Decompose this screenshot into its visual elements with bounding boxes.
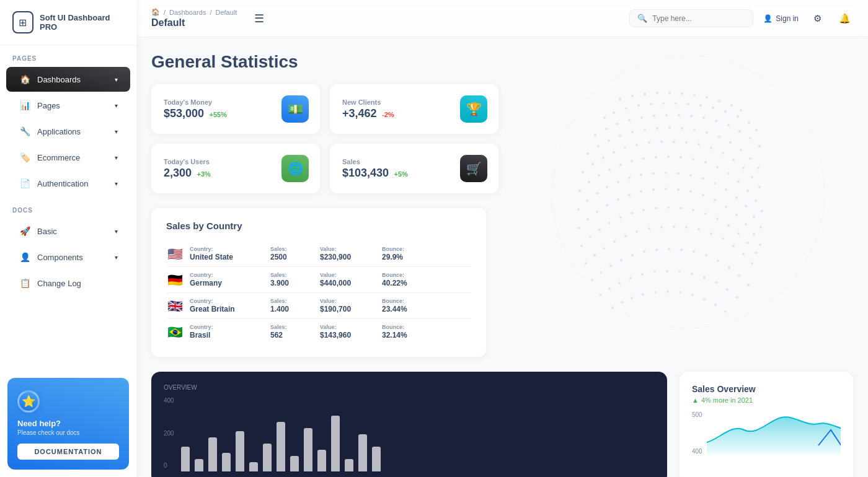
svg-point-40: [758, 145, 761, 147]
sidebar-item-basic[interactable]: 🚀 Basic ▾: [6, 219, 130, 243]
svg-point-150: [636, 230, 638, 233]
header-right: 🔍 👤 Sign in ⚙ 🔔: [629, 9, 853, 27]
svg-point-46: [644, 128, 646, 131]
overview-y-500: 500: [692, 411, 702, 418]
svg-point-199: [724, 310, 727, 313]
sidebar-item-authentication[interactable]: 📄 Authentication ▾: [6, 171, 130, 196]
svg-point-167: [655, 248, 658, 251]
col-label-sales-1: Sales:: [270, 272, 314, 278]
breadcrumb-dashboards[interactable]: Dashboards: [169, 9, 206, 16]
svg-point-145: [585, 262, 587, 265]
sidebar-item-components[interactable]: 👤 Components ▾: [6, 245, 130, 269]
sidebar-item-dashboards[interactable]: 🏠 Dashboards ▾: [6, 67, 130, 92]
settings-button[interactable]: ⚙: [808, 10, 826, 27]
svg-point-198: [714, 304, 717, 306]
svg-point-128: [580, 245, 583, 247]
breadcrumb-default[interactable]: Default: [215, 9, 237, 16]
col-label-bounce-3: Bounce:: [382, 324, 425, 330]
svg-point-143: [746, 242, 749, 244]
country-row-usa: 🇺🇸 Country: United State Sales: 2500 Val…: [166, 241, 471, 267]
flag-germany: 🇩🇪: [166, 274, 184, 286]
notifications-button[interactable]: 🔔: [836, 10, 853, 27]
sidebar-section-docs: DOCS: [0, 197, 136, 217]
svg-point-146: [593, 254, 596, 256]
svg-point-81: [655, 156, 657, 159]
documentation-button[interactable]: DOCUMENTATION: [17, 444, 119, 460]
gear-icon: ⚙: [813, 13, 822, 24]
svg-point-83: [680, 156, 682, 159]
svg-point-25: [755, 129, 758, 131]
help-subtitle: Please check our docs: [17, 429, 119, 436]
svg-point-102: [689, 174, 692, 177]
col-label-country-0: Country:: [190, 246, 264, 252]
svg-point-66: [685, 141, 688, 144]
svg-point-151: [648, 227, 650, 230]
svg-point-191: [631, 297, 633, 299]
col-label-sales-0: Sales:: [270, 246, 314, 252]
svg-point-96: [617, 181, 619, 183]
stat-sales-value: $103,430: [342, 167, 389, 179]
svg-point-125: [745, 223, 747, 225]
svg-point-84: [692, 158, 694, 160]
sidebar-item-pages[interactable]: 📊 Pages ▾: [6, 93, 130, 118]
svg-point-48: [668, 126, 671, 129]
svg-point-114: [617, 198, 619, 201]
overview-y-400: 400: [692, 448, 702, 455]
svg-point-112: [596, 211, 598, 213]
svg-point-7: [693, 94, 696, 96]
svg-point-135: [655, 207, 657, 209]
bar-2: [208, 437, 217, 471]
search-input[interactable]: [652, 14, 745, 23]
svg-point-18: [675, 102, 677, 105]
svg-point-31: [653, 115, 655, 117]
svg-point-189: [611, 307, 614, 309]
svg-point-185: [703, 276, 706, 279]
svg-point-188: [736, 296, 738, 299]
svg-point-166: [643, 250, 645, 253]
svg-point-60: [613, 151, 615, 154]
svg-point-100: [665, 172, 667, 174]
svg-point-159: [742, 253, 745, 255]
svg-point-78: [619, 164, 622, 166]
bell-icon: 🔔: [839, 13, 851, 24]
bar-0: [181, 447, 190, 471]
stat-users-icon: 🌐: [281, 155, 309, 182]
col-value-bounce-3: 32.14%: [382, 331, 425, 339]
svg-point-140: [716, 217, 719, 220]
svg-point-97: [628, 177, 631, 179]
pages-icon: 📊: [19, 99, 31, 112]
svg-point-38: [738, 130, 741, 133]
svg-point-138: [692, 209, 694, 211]
col-value-country-2: Great Britain: [190, 305, 264, 313]
basic-icon: 🚀: [19, 225, 31, 237]
col-value-value-1: $440,000: [320, 279, 376, 287]
svg-point-45: [631, 131, 634, 133]
svg-point-88: [737, 180, 740, 183]
sidebar-item-ecommerce[interactable]: 🏷️ Ecommerce ▾: [6, 145, 130, 170]
col-value-bounce-0: 29.9%: [382, 253, 425, 261]
globe-decoration: [508, 37, 868, 347]
sales-overview-subtitle: ▲ 4% more in 2021: [692, 396, 841, 404]
sidebar-help-panel: ⭐ Need help? Please check our docs DOCUM…: [7, 378, 129, 470]
svg-point-59: [602, 157, 604, 159]
svg-point-127: [759, 243, 761, 246]
svg-point-117: [652, 188, 655, 191]
svg-point-67: [698, 143, 700, 146]
svg-point-195: [679, 291, 681, 294]
svg-point-178: [618, 282, 621, 284]
svg-point-120: [689, 190, 692, 193]
sidebar-item-changelog[interactable]: 📋 Change Log: [6, 271, 130, 295]
sidebar-item-applications[interactable]: 🔧 Applications ▾: [6, 119, 130, 144]
chevron-down-icon: ▾: [115, 102, 118, 109]
svg-point-122: [714, 199, 716, 201]
svg-point-142: [737, 232, 740, 235]
svg-point-160: [751, 262, 753, 265]
svg-point-161: [591, 279, 593, 281]
stat-sales-badge: +5%: [394, 170, 408, 178]
menu-icon[interactable]: ☰: [254, 12, 264, 25]
svg-point-39: [749, 137, 751, 139]
svg-point-130: [598, 229, 601, 231]
sign-in-button[interactable]: 👤 Sign in: [763, 14, 799, 23]
stat-sales-icon: 🛒: [460, 155, 487, 182]
svg-point-87: [727, 172, 730, 175]
